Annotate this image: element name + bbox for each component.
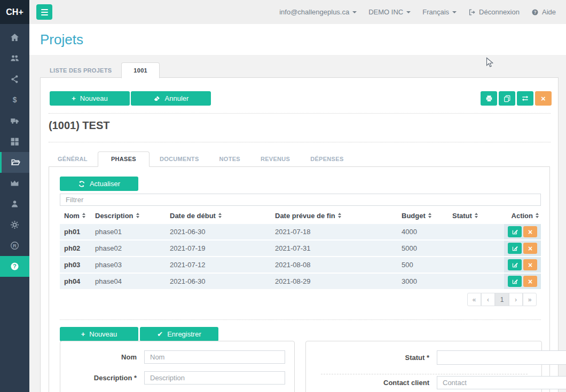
edit-row-button[interactable] (508, 276, 522, 287)
table-cell-fin: 2021-08-08 (271, 257, 397, 273)
close-icon: × (541, 94, 546, 103)
refresh-icon (78, 180, 85, 188)
edit-icon (512, 245, 518, 252)
sidebar-item-modules[interactable] (0, 131, 29, 152)
column-header-action[interactable]: Action (504, 208, 541, 223)
pagination-next[interactable]: › (509, 293, 523, 306)
subtab-revenus[interactable]: REVENUS (250, 156, 300, 162)
delete-row-button[interactable]: × (523, 276, 537, 287)
table-cell-statut (448, 241, 504, 256)
eraser-icon (153, 95, 161, 102)
print-button[interactable] (481, 91, 497, 106)
sidebar-item-logistics[interactable] (0, 110, 29, 131)
phases-table: Nom Description Date de début Date prévu… (60, 208, 541, 289)
pagination-page-1[interactable]: 1 (495, 293, 509, 306)
delete-icon: × (528, 277, 532, 286)
transfer-icon (521, 94, 529, 102)
table-cell-nom: ph01 (60, 224, 91, 239)
subtab-depenses[interactable]: DÉPENSES (300, 156, 353, 162)
table-cell-nom: ph03 (60, 257, 91, 273)
sidebar-item-projects[interactable] (0, 152, 29, 173)
column-header-debut[interactable]: Date de début (166, 208, 271, 223)
pagination-first[interactable]: « (467, 293, 481, 306)
sidebar-item-home[interactable] (0, 27, 29, 48)
column-header-description[interactable]: Description (91, 208, 166, 223)
help-menu[interactable]: ? Aide (525, 8, 562, 16)
nom-field[interactable] (144, 350, 285, 364)
app-window: CH+ $ (0, 0, 566, 392)
delete-icon: × (528, 261, 532, 269)
logout-button[interactable]: Déconnexion (462, 8, 525, 16)
table-cell-budget: 3000 (397, 274, 448, 289)
column-header-statut[interactable]: Statut (448, 208, 504, 223)
edit-row-button[interactable] (508, 243, 522, 254)
dollar-icon: $ (10, 95, 19, 105)
table-cell-description: phase04 (91, 274, 166, 289)
sidebar-item-users[interactable] (0, 48, 29, 69)
subtab-documents[interactable]: DOCUMENTS (150, 156, 209, 162)
table-cell-statut (448, 224, 504, 239)
chart-area-icon (10, 179, 19, 188)
sidebar-item-account[interactable] (0, 194, 29, 214)
sidebar-item-share[interactable] (0, 69, 29, 90)
subtab-phases[interactable]: PHASES (98, 151, 150, 167)
sidebar-toggle-button[interactable] (36, 4, 52, 20)
divider (49, 113, 551, 114)
column-header-budget[interactable]: Budget (397, 208, 448, 223)
table-cell-action: × (504, 274, 541, 289)
topbar: info@challengeplus.ca DEMO INC Français … (29, 0, 566, 24)
pagination-prev[interactable]: ‹ (481, 293, 495, 306)
registered-icon: R (10, 241, 19, 250)
divider (321, 374, 528, 374)
project-toolbar: + Nouveau Annuler (50, 91, 211, 106)
pagination-last[interactable]: » (523, 293, 537, 306)
column-header-nom[interactable]: Nom (60, 208, 91, 223)
subtab-notes[interactable]: NOTES (209, 156, 250, 162)
delete-row-button[interactable]: × (523, 226, 537, 237)
sidebar-item-help[interactable]: ? (0, 256, 29, 277)
phases-panel: Actualiser Nom Description Date de début… (49, 166, 550, 392)
table-cell-fin: 2021-07-18 (271, 224, 397, 239)
column-header-fin[interactable]: Date prévue de fin (271, 208, 397, 223)
delete-row-button[interactable]: × (523, 243, 537, 254)
print-icon (485, 95, 493, 102)
table-cell-budget: 5000 (397, 241, 448, 256)
delete-row-button[interactable]: × (523, 259, 537, 270)
edit-row-button[interactable] (508, 259, 522, 270)
new-project-button[interactable]: + Nouveau (50, 91, 130, 106)
sidebar-item-settings[interactable] (0, 214, 29, 235)
close-project-button[interactable]: × (535, 91, 552, 106)
description-field[interactable] (144, 371, 285, 385)
refresh-button[interactable]: Actualiser (60, 177, 138, 191)
table-cell-budget: 500 (397, 257, 448, 273)
subtab-general[interactable]: GÉNÉRAL (48, 156, 98, 162)
language-dropdown[interactable]: Français (416, 8, 462, 16)
help-icon: ? (531, 9, 539, 16)
save-phase-button[interactable]: ✔ Enregistrer (140, 327, 218, 341)
sidebar-item-reports[interactable] (0, 173, 29, 194)
home-icon (10, 33, 19, 42)
tab-liste-des-projets[interactable]: LISTE DES PROJETS (40, 67, 121, 74)
project-subtabs: GÉNÉRAL PHASES DOCUMENTS NOTES REVENUS D… (48, 151, 354, 166)
filter-input[interactable] (60, 194, 541, 206)
project-panel: + Nouveau Annuler (40, 77, 559, 392)
phase-form-left: Nom Description * (60, 341, 295, 392)
cancel-button[interactable]: Annuler (131, 91, 211, 106)
tab-1001[interactable]: 1001 (121, 62, 160, 78)
new-phase-button[interactable]: + Nouveau (60, 327, 138, 341)
table-cell-debut: 2021-06-30 (166, 274, 271, 289)
caret-down-icon (352, 11, 357, 13)
page-title: Projets (29, 24, 566, 48)
transfer-button[interactable] (517, 91, 533, 106)
question-icon: ? (10, 262, 19, 271)
copy-button[interactable] (499, 91, 515, 106)
sidebar: CH+ $ (0, 0, 29, 392)
table-cell-nom: ph02 (60, 241, 91, 256)
sidebar-item-finance[interactable]: $ (0, 90, 29, 110)
company-dropdown[interactable]: DEMO INC (363, 8, 416, 16)
sidebar-item-trademark[interactable]: R (0, 235, 29, 256)
edit-row-button[interactable] (508, 226, 522, 237)
contact-client-field[interactable] (437, 376, 566, 389)
email-dropdown[interactable]: info@challengeplus.ca (273, 8, 363, 16)
statut-select[interactable] (437, 350, 566, 365)
